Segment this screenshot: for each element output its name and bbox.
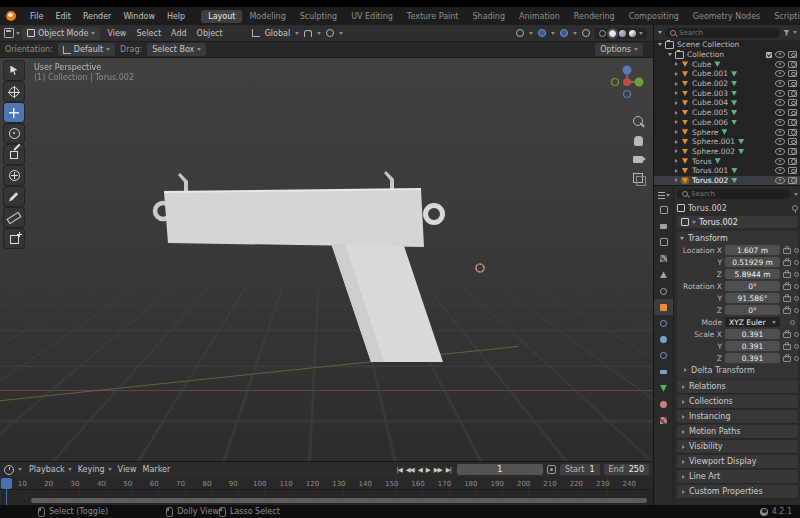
object-name[interactable]: Cube [692,60,711,69]
hide-eye-icon[interactable] [775,138,785,145]
expand-arrow-icon[interactable] [675,111,678,115]
gizmo-z-neg[interactable] [624,91,631,98]
outliner-object-row[interactable]: Sphere.002 [654,147,800,157]
cursor-3d[interactable] [472,260,488,276]
tab-view-layer[interactable] [654,251,673,267]
animate-dot-icon[interactable] [794,344,799,349]
shading-wireframe-icon[interactable] [599,30,606,37]
properties-editor-icon[interactable] [658,192,665,199]
playhead[interactable] [1,478,12,489]
show-overlays-icon[interactable] [560,29,568,37]
workspace-tab[interactable]: Scripting [767,10,800,23]
rotation-mode-dropdown[interactable]: XYZ Euler [725,317,780,327]
tab-material[interactable] [654,396,673,412]
properties-search-input[interactable] [691,190,786,198]
prev-keyframe-button[interactable]: ◀◀ [404,465,416,475]
transform-value-field[interactable]: 0° [725,281,780,291]
outliner-object-row[interactable]: Cube [654,59,800,69]
hide-eye-icon[interactable] [775,90,785,97]
frame-start-field[interactable]: Start 1 [560,464,600,475]
object-name[interactable]: Cube.006 [692,118,728,127]
timeline-menu[interactable]: Playback [26,465,75,474]
workspace-tab[interactable]: Rendering [567,10,622,23]
proportional-editing-icon[interactable] [326,29,334,37]
timeline-scrollbar[interactable] [31,498,647,503]
editor-type-icon[interactable] [4,28,14,38]
editor-clock-icon[interactable] [4,465,14,475]
jump-to-start-button[interactable]: |◀ [394,465,403,475]
show-gizmo-icon[interactable] [538,29,546,37]
property-section-header[interactable]: Motion Paths [677,425,798,439]
scene-collection-row[interactable]: Scene Collection [654,40,800,50]
workspace-tab[interactable]: Shading [465,10,512,23]
disable-render-icon[interactable] [788,80,797,87]
tab-world[interactable] [654,283,673,299]
animate-dot-icon[interactable] [794,260,799,265]
animate-dot-icon[interactable] [794,332,799,337]
select-box-tool[interactable] [4,61,24,80]
drag-dropdown[interactable]: Select Box [147,43,206,56]
workspace-tab[interactable]: Geometry Nodes [686,10,767,23]
gun-slide[interactable] [164,189,424,247]
expand-arrow-icon[interactable] [675,91,678,95]
gizmo-x-axis[interactable] [623,78,631,86]
torus-right[interactable] [426,206,443,223]
add-cube-tool[interactable] [4,229,24,248]
object-name[interactable]: Sphere [692,128,718,137]
timeline-ruler[interactable]: 1020304050607080901001101201301401501601… [0,477,653,490]
disable-render-icon[interactable] [788,129,797,136]
hide-eye-icon[interactable] [775,109,785,116]
display-mode-icon[interactable] [658,31,662,34]
properties-search[interactable] [677,189,791,199]
tweak-falloff-icon[interactable] [516,29,524,37]
sight-front[interactable] [178,173,188,192]
timeline-menu[interactable]: Keying [75,465,115,474]
tab-particles[interactable] [654,332,673,348]
outliner-search-input[interactable] [679,29,775,37]
viewport-menu[interactable]: Add [166,29,192,38]
topbar-menu[interactable]: Render [77,12,117,21]
play-button[interactable]: ▶ [424,465,432,475]
expand-arrow-icon[interactable] [675,140,678,144]
navigation-gizmo[interactable] [609,62,645,100]
viewport-menu[interactable]: View [102,29,131,38]
snap-magnet-icon[interactable] [304,30,312,37]
disable-render-icon[interactable] [788,177,797,184]
outliner-object-row[interactable]: Cube.003 [654,88,800,98]
transform-value-field[interactable]: 91.586° [725,293,780,303]
object-name[interactable]: Cube.005 [692,108,728,117]
options-button[interactable]: Options [595,43,643,56]
tab-tool[interactable] [654,202,673,218]
object-name[interactable]: Cube.001 [692,69,728,78]
auto-keyframe-icon[interactable] [547,465,556,474]
current-frame-field[interactable]: 1 [457,464,543,475]
frame-end-field[interactable]: End 250 [604,464,649,475]
timeline-track[interactable] [0,490,653,505]
property-section-header[interactable]: Line Art [677,470,798,484]
timeline-menu[interactable]: Marker [140,465,174,474]
workspace-tab[interactable]: Texture Paint [400,10,466,23]
viewport-menu[interactable]: Object [192,29,228,38]
transform-value-field[interactable]: 5.8944 m [725,269,780,279]
animate-dot-icon[interactable] [794,296,799,301]
outliner-object-row[interactable]: Torus [654,156,800,166]
collapse-arrow-icon[interactable] [658,43,662,46]
workspace-tab[interactable]: Sculpting [293,10,344,23]
expand-arrow-icon[interactable] [675,130,678,134]
topbar-menu[interactable]: Edit [49,12,77,21]
lock-icon[interactable] [783,344,791,350]
blender-logo-icon[interactable] [6,11,16,21]
measure-tool[interactable] [4,208,24,227]
delta-transform-subpanel[interactable]: Delta Transform [680,364,795,376]
lock-icon[interactable] [783,296,791,302]
topbar-menu[interactable]: Help [161,12,191,21]
camera-view-icon[interactable] [633,156,643,163]
transform-value-field[interactable]: 1.607 m [725,245,780,255]
animate-dot-icon[interactable] [790,320,795,325]
hide-eye-icon[interactable] [775,70,785,77]
disable-render-icon[interactable] [788,148,797,155]
shading-solid-icon[interactable] [609,30,616,37]
transform-value-field[interactable]: 0.391 [725,341,780,351]
tab-object-data[interactable] [654,380,673,396]
viewport-3d[interactable]: User Perspective (1) Collection | Torus.… [0,58,653,461]
